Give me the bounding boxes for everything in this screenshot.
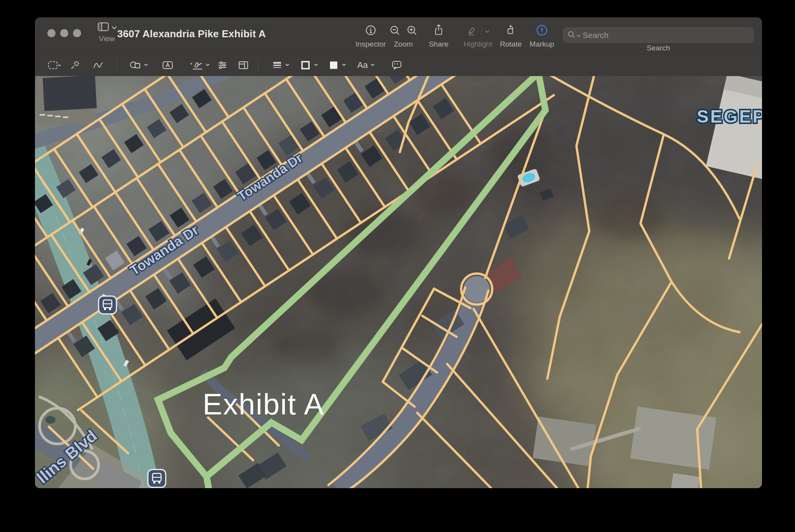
share-button[interactable]: Share <box>421 23 456 49</box>
markup-label: Markup <box>524 40 559 49</box>
sidebar-icon <box>97 22 109 33</box>
photo-grain <box>35 76 762 488</box>
markup-toolbar: Aa <box>35 54 762 76</box>
text-tool-button[interactable] <box>161 59 174 72</box>
info-icon <box>365 24 377 38</box>
fill-color-button[interactable] <box>326 59 349 72</box>
search-label: Search <box>563 44 754 52</box>
crop-tool-button[interactable] <box>237 59 250 72</box>
zoom-buttons: Zoom <box>384 23 423 49</box>
share-label: Share <box>421 40 456 49</box>
share-icon <box>433 24 444 38</box>
window-title: 3607 Alexandria Pike Exhibit A <box>117 28 266 40</box>
document-canvas: Towanda Dr Towanda Dr llins Blvd SEGEPO <box>35 76 762 488</box>
border-color-button[interactable] <box>298 59 321 72</box>
rotate-button[interactable]: Rotate <box>493 23 528 49</box>
exhibit-a-text-annotation[interactable]: Exhibit A <box>203 388 325 421</box>
search-input[interactable] <box>582 30 749 40</box>
title-bar: View 3607 Alexandria Pike Exhibit A Insp… <box>35 17 762 54</box>
highlighter-icon <box>467 24 478 38</box>
selection-tool-button[interactable] <box>42 59 66 72</box>
text-style-button[interactable]: Aa <box>355 59 380 72</box>
fullscreen-button[interactable] <box>73 29 81 37</box>
preview-window: View 3607 Alexandria Pike Exhibit A Insp… <box>35 17 762 488</box>
markup-pen-icon <box>536 24 548 38</box>
annotation-comment-button[interactable] <box>390 59 403 72</box>
toolbar-divider <box>117 60 117 71</box>
chevron-down-icon <box>112 24 117 31</box>
search-icon[interactable] <box>568 31 575 40</box>
text-style-aa: Aa <box>358 60 368 70</box>
traffic-lights <box>47 29 81 37</box>
toolbar-divider <box>258 60 258 71</box>
close-button[interactable] <box>47 29 56 37</box>
sign-tool-button[interactable] <box>189 59 210 72</box>
search-scope-chevron[interactable] <box>577 32 580 39</box>
search-field[interactable] <box>563 27 754 43</box>
adjust-tool-button[interactable] <box>216 59 229 72</box>
markup-button[interactable]: Markup <box>524 23 559 49</box>
zoom-out-icon[interactable] <box>389 24 401 38</box>
sketch-tool-button[interactable] <box>92 59 105 72</box>
search-area: Search <box>563 27 754 52</box>
desktop: View 3607 Alexandria Pike Exhibit A Insp… <box>0 0 795 532</box>
zoom-in-icon[interactable] <box>406 24 418 38</box>
instant-alpha-tool-button[interactable] <box>68 59 82 72</box>
rotate-label: Rotate <box>493 40 528 49</box>
aerial-map-image: Towanda Dr Towanda Dr llins Blvd SEGEPO <box>35 76 762 488</box>
line-weight-button[interactable] <box>269 59 293 72</box>
zoom-label: Zoom <box>384 40 423 49</box>
minimize-button[interactable] <box>60 29 68 37</box>
rotate-icon <box>505 24 517 38</box>
shapes-tool-button[interactable] <box>127 59 150 72</box>
highlight-divider <box>481 27 482 35</box>
highlight-menu-chevron[interactable] <box>485 28 489 35</box>
